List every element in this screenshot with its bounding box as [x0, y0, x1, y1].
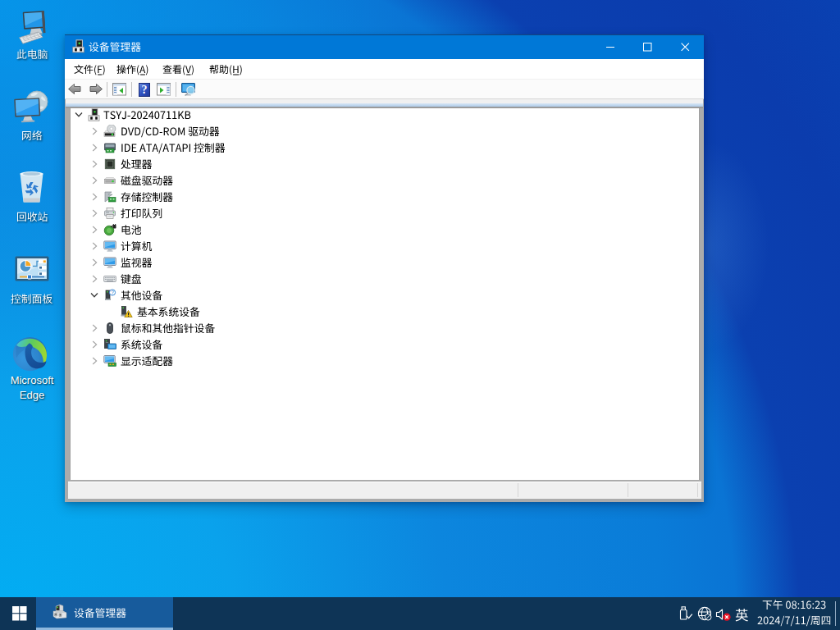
svg-text:?: ?: [142, 84, 148, 96]
svg-text:?: ?: [111, 290, 114, 295]
